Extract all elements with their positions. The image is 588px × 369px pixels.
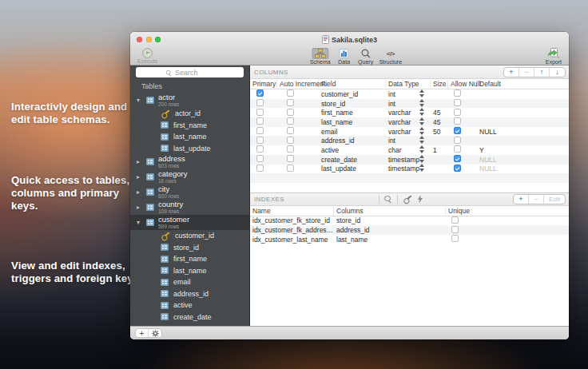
column-item-customer_id[interactable]: customer_id xyxy=(130,230,249,242)
column-item-actor_id[interactable]: actor_id xyxy=(130,108,249,120)
primary-checkbox[interactable] xyxy=(256,155,264,162)
column-item-store_id[interactable]: store_id xyxy=(130,242,249,254)
index-row[interactable]: idx_customer_fk_store_idstore_id xyxy=(250,216,569,226)
column-def-row-email[interactable]: emailvarchar50NULL xyxy=(250,127,569,137)
default-value[interactable]: Y xyxy=(477,146,569,154)
column-def-row-customer_id[interactable]: customer_idint xyxy=(250,89,569,99)
auto-increment-checkbox[interactable] xyxy=(287,99,294,106)
data-type-value[interactable]: varchar xyxy=(386,118,419,126)
allow-null-checkbox[interactable] xyxy=(454,89,461,97)
size-value[interactable]: 50 xyxy=(431,128,448,136)
size-value[interactable]: 1 xyxy=(431,146,448,154)
primary-checkbox[interactable] xyxy=(256,127,264,134)
indexes-search-icon[interactable] xyxy=(384,195,392,203)
auto-increment-checkbox[interactable] xyxy=(287,89,294,97)
column-def-row-last_name[interactable]: last_namevarchar45 xyxy=(250,117,569,127)
allow-null-checkbox[interactable] xyxy=(454,155,461,162)
title-bar[interactable]: Sakila.sqlite3 xyxy=(130,32,569,47)
primary-checkbox[interactable] xyxy=(256,99,264,106)
table-item-actor[interactable]: ▾actor200 rows xyxy=(130,93,249,108)
move-column-up-button[interactable]: ↑ xyxy=(534,68,550,77)
actions-gear-button[interactable] xyxy=(149,329,161,337)
chevron-down-icon[interactable]: ▾ xyxy=(137,97,146,104)
data-type-stepper[interactable] xyxy=(419,127,431,137)
move-column-down-button[interactable]: ↓ xyxy=(550,68,565,77)
remove-column-button[interactable]: − xyxy=(519,68,534,77)
index-row[interactable]: idx_customer_fk_addres…address_id xyxy=(250,225,569,235)
allow-null-checkbox[interactable] xyxy=(454,165,461,172)
tab-structure[interactable]: </> Structure xyxy=(379,48,402,65)
index-columns[interactable]: address_id xyxy=(334,226,446,234)
table-item-city[interactable]: ▸city600 rows xyxy=(130,184,249,200)
triggers-lightning-icon[interactable] xyxy=(417,195,423,204)
field-name[interactable]: customer_id xyxy=(319,90,386,98)
data-type-value[interactable]: int xyxy=(386,137,419,145)
chevron-down-icon[interactable]: ▾ xyxy=(137,219,146,226)
allow-null-checkbox[interactable] xyxy=(454,99,461,106)
default-value[interactable]: NULL xyxy=(477,156,569,164)
table-item-category[interactable]: ▸category16 rows xyxy=(130,169,249,184)
add-table-button[interactable]: + xyxy=(136,329,149,337)
index-name[interactable]: idx_customer_last_name xyxy=(250,236,334,244)
field-name[interactable]: last_name xyxy=(319,118,386,126)
table-item-country[interactable]: ▸country109 rows xyxy=(130,200,249,215)
table-item-address[interactable]: ▸address603 rows xyxy=(130,154,249,169)
chevron-right-icon[interactable]: ▸ xyxy=(137,204,146,211)
index-name[interactable]: idx_customer_fk_store_id xyxy=(250,216,334,224)
data-type-value[interactable]: int xyxy=(386,90,419,98)
table-item-customer[interactable]: ▾customer599 rows xyxy=(130,215,249,230)
field-name[interactable]: address_id xyxy=(319,137,386,145)
field-name[interactable]: email xyxy=(319,128,386,136)
tab-query[interactable]: Query xyxy=(358,48,374,65)
size-value[interactable]: 45 xyxy=(431,118,448,126)
field-name[interactable]: active xyxy=(319,146,386,154)
primary-checkbox[interactable] xyxy=(256,145,264,153)
index-columns[interactable]: store_id xyxy=(334,216,446,224)
allow-null-checkbox[interactable] xyxy=(454,109,461,116)
data-type-stepper[interactable] xyxy=(419,136,431,145)
add-column-button[interactable]: + xyxy=(504,68,519,77)
auto-increment-checkbox[interactable] xyxy=(287,145,294,153)
field-name[interactable]: last_update xyxy=(319,165,386,173)
unique-checkbox[interactable] xyxy=(451,226,459,233)
field-name[interactable]: first_name xyxy=(319,109,386,117)
column-item-address_id[interactable]: address_id xyxy=(130,288,249,300)
tab-schema[interactable]: Schema xyxy=(310,48,331,65)
data-type-stepper[interactable] xyxy=(419,99,431,109)
column-item-last_name[interactable]: last_name xyxy=(130,131,249,143)
auto-increment-checkbox[interactable] xyxy=(287,165,294,172)
minimize-button[interactable] xyxy=(146,37,152,42)
primary-checkbox[interactable] xyxy=(256,89,264,97)
unique-checkbox[interactable] xyxy=(451,216,459,224)
search-field[interactable] xyxy=(136,67,244,77)
tab-data[interactable]: Data xyxy=(336,48,352,65)
close-button[interactable] xyxy=(137,37,142,42)
default-value[interactable]: NULL xyxy=(477,128,569,136)
data-type-value[interactable]: char xyxy=(386,146,419,154)
execute-button[interactable]: Execute xyxy=(137,48,157,65)
index-row[interactable]: idx_customer_last_namelast_name xyxy=(250,235,569,244)
default-value[interactable]: NULL xyxy=(477,165,569,173)
column-def-row-last_update[interactable]: last_updatetimestampNULL xyxy=(250,165,569,174)
data-type-stepper[interactable] xyxy=(419,117,431,127)
index-name[interactable]: idx_customer_fk_addres… xyxy=(250,226,334,234)
primary-checkbox[interactable] xyxy=(256,137,264,144)
data-type-stepper[interactable] xyxy=(419,108,431,117)
column-item-create_date[interactable]: create_date xyxy=(130,311,249,323)
export-button[interactable]: Export xyxy=(546,48,562,65)
column-def-row-store_id[interactable]: store_idint xyxy=(250,99,569,109)
data-type-stepper[interactable] xyxy=(419,89,431,99)
field-name[interactable]: create_date xyxy=(319,156,386,164)
primary-checkbox[interactable] xyxy=(256,165,264,172)
allow-null-checkbox[interactable] xyxy=(454,137,461,144)
auto-increment-checkbox[interactable] xyxy=(287,127,294,134)
data-type-value[interactable]: varchar xyxy=(386,109,419,117)
column-item-email[interactable]: email xyxy=(130,276,249,288)
column-item-active[interactable]: active xyxy=(130,300,249,311)
remove-index-button[interactable]: − xyxy=(529,195,544,204)
index-columns[interactable]: last_name xyxy=(334,236,446,244)
search-input[interactable] xyxy=(175,69,215,77)
column-item-first_name[interactable]: first_name xyxy=(130,253,249,265)
column-def-row-active[interactable]: activechar1Y xyxy=(250,145,569,155)
data-type-value[interactable]: varchar xyxy=(386,128,419,136)
